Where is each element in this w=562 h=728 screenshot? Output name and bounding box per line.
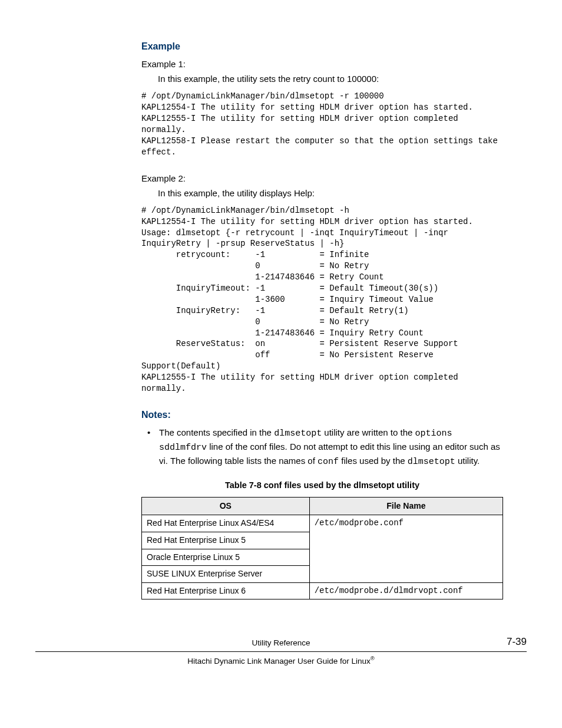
table-row: Red Hat Enterprise Linux AS4/ES4 /etc/mo… [142, 515, 503, 532]
conf-files-table: OS File Name Red Hat Enterprise Linux AS… [141, 497, 503, 600]
note-text: The contents specified in the [159, 427, 274, 437]
note-text: files used by the [339, 456, 408, 466]
td-os: Oracle Enterprise Linux 5 [142, 549, 310, 566]
note-text: utility. [455, 456, 480, 466]
td-os: Red Hat Enterprise Linux AS4/ES4 [142, 515, 310, 532]
page-number: 7-39 [480, 635, 527, 649]
th-os: OS [142, 497, 310, 515]
heading-notes: Notes: [141, 409, 503, 421]
td-os: SUSE LINUX Enterprise Server [142, 566, 310, 583]
footer-center: Utility Reference [82, 638, 480, 649]
example2-label: Example 2: [141, 172, 503, 185]
notes-list: The contents specified in the dlmsetopt … [141, 426, 503, 468]
example2-intro: In this example, the utility displays He… [158, 187, 503, 199]
example1-code: # /opt/DynamicLinkManager/bin/dlmsetopt … [141, 91, 503, 157]
td-file: /etc/modprobe.conf [309, 515, 503, 582]
th-file: File Name [309, 497, 503, 515]
td-os: Red Hat Enterprise Linux 5 [142, 532, 310, 549]
note-code-1: dlmsetopt [274, 429, 322, 439]
note-text: utility are written to the [322, 427, 415, 437]
td-os: Red Hat Enterprise Linux 6 [142, 582, 310, 599]
example1-intro: In this example, the utility sets the re… [158, 73, 503, 85]
table-header-row: OS File Name [142, 497, 503, 515]
page-footer: Utility Reference 7-39 Hitachi Dynamic L… [35, 635, 527, 667]
td-file: /etc/modprobe.d/dlmdrvopt.conf [309, 582, 503, 599]
footer-bottom: Hitachi Dynamic Link Manager User Guide … [35, 654, 527, 667]
example2-code: # /opt/DynamicLinkManager/bin/dlmsetopt … [141, 205, 503, 394]
footer-rule [35, 651, 527, 652]
note-code-3: conf [318, 457, 339, 467]
table-caption: Table 7-8 conf files used by the dlmseto… [141, 479, 503, 491]
registered-icon: ® [371, 655, 375, 661]
table-row: Red Hat Enterprise Linux 6 /etc/modprobe… [142, 582, 503, 599]
note-item-1: The contents specified in the dlmsetopt … [141, 426, 503, 468]
heading-example: Example [141, 40, 503, 53]
footer-title: Hitachi Dynamic Link Manager User Guide … [187, 657, 371, 666]
example1-label: Example 1: [141, 58, 503, 70]
note-code-4: dlmsetopt [408, 457, 455, 467]
